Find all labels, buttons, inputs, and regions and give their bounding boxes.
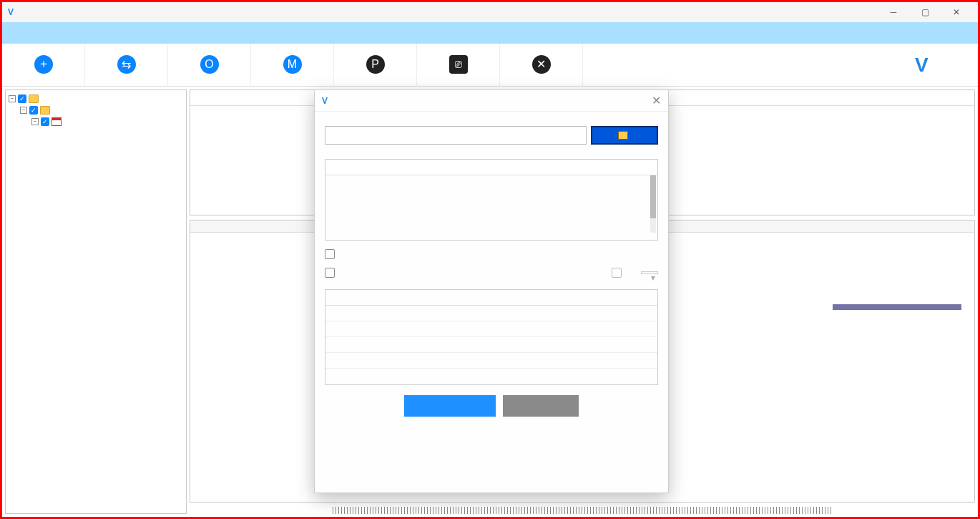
browse-button[interactable] — [591, 126, 658, 145]
tree-system-folders[interactable]: − ✓ — [20, 105, 185, 116]
checkbox-icon[interactable]: ✓ — [29, 106, 38, 115]
split-pst-checkbox[interactable] — [612, 268, 622, 278]
toolbar-activation[interactable]: ⎚ — [417, 44, 500, 87]
toolbar: ＋ ⇆ O M P ⎚ ✕ V — [2, 44, 978, 87]
app-logo-icon: V — [322, 96, 328, 106]
pst-size-select[interactable] — [641, 271, 658, 274]
collapse-icon[interactable]: − — [31, 118, 39, 125]
folder-icon — [40, 106, 50, 115]
toolbar-convert[interactable]: ⇆ — [85, 44, 168, 87]
toolbar-buynow[interactable]: P — [334, 44, 417, 87]
dialog-titlebar: V ✕ — [315, 90, 668, 112]
app-window: V ─ ▢ ✕ ＋ ⇆ O M P ⎚ ✕ V − ✓ — [0, 0, 980, 519]
monitor-icon: ⎚ — [449, 55, 468, 74]
scrollbar-horizontal[interactable] — [333, 507, 832, 514]
collapse-icon[interactable]: − — [9, 95, 16, 102]
dialog-close-button[interactable]: ✕ — [652, 94, 661, 107]
office-icon: O — [200, 55, 219, 74]
convert-now-button[interactable] — [404, 395, 496, 417]
toolbar-office365[interactable]: O — [168, 44, 251, 87]
calendar-icon — [52, 117, 62, 126]
tree-todos[interactable]: − ✓ — [31, 116, 185, 127]
folder-icon — [618, 131, 628, 140]
folder-icon — [29, 94, 39, 103]
exit-icon: ✕ — [532, 55, 551, 74]
tree-root[interactable]: − ✓ — [9, 93, 185, 105]
collapse-icon[interactable]: − — [20, 107, 27, 114]
checkbox-icon[interactable]: ✓ — [18, 94, 26, 103]
paypal-icon: P — [366, 55, 385, 74]
window-controls: ─ ▢ ✕ — [878, 2, 972, 22]
brand-area: V — [902, 54, 978, 76]
menubar — [2, 22, 978, 44]
export-option-dialog: V ✕ — [314, 89, 669, 493]
export-options-table — [325, 159, 658, 241]
swap-icon: ⇆ — [117, 55, 136, 74]
progress-table — [325, 289, 658, 385]
options-scrollbar[interactable] — [650, 175, 656, 233]
manage-profile-link[interactable] — [833, 304, 961, 310]
folder-tree[interactable]: − ✓ − ✓ — [5, 89, 187, 514]
dialog-exit-button[interactable] — [503, 395, 579, 417]
destination-path-input[interactable] — [325, 126, 587, 145]
toolbar-imap[interactable]: M — [251, 44, 334, 87]
toolbar-addfile[interactable]: ＋ — [2, 44, 85, 87]
toolbar-exit[interactable]: ✕ — [500, 44, 583, 87]
minimize-button[interactable]: ─ — [878, 2, 909, 22]
maximize-button[interactable]: ▢ — [909, 2, 941, 22]
close-button[interactable]: ✕ — [941, 2, 972, 22]
gmail-icon: M — [283, 55, 302, 74]
translate-checkbox[interactable] — [325, 268, 335, 278]
merge-checkbox[interactable] — [325, 249, 335, 259]
titlebar: V ─ ▢ ✕ — [2, 2, 978, 22]
brand-logo-icon: V — [915, 54, 958, 76]
checkbox-icon[interactable]: ✓ — [41, 117, 49, 126]
app-logo-icon: V — [8, 7, 18, 17]
plus-icon: ＋ — [34, 55, 53, 74]
